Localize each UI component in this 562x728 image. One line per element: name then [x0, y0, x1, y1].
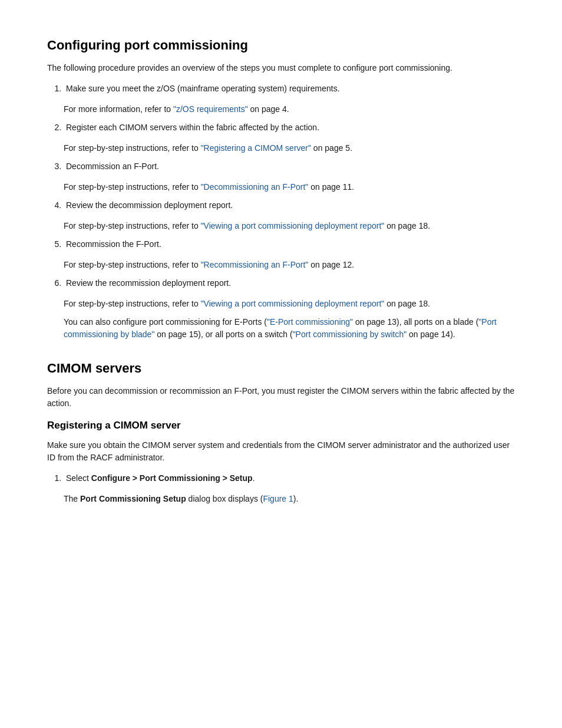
step-2-text: Register each CIMOM servers within the f…	[66, 123, 319, 132]
eport-commissioning-link[interactable]: "E-Port commissioning"	[267, 317, 353, 327]
step-6-followup: For step-by-step instructions, refer to …	[64, 298, 515, 310]
configuring-steps-list-2: Register each CIMOM servers within the f…	[64, 121, 515, 134]
step-5-text: Recommission the F-Port.	[66, 239, 161, 249]
page-content: Configuring port commissioning The follo…	[47, 35, 515, 505]
configuring-steps-list-6: Review the recommission deployment repor…	[64, 277, 515, 289]
step-6-note: You can also configure port commissionin…	[64, 316, 515, 341]
figure1-link[interactable]: Figure 1	[263, 494, 293, 503]
step-6: Review the recommission deployment repor…	[64, 277, 515, 289]
subsection-registering-cimom: Registering a CIMOM server Make sure you…	[47, 418, 515, 505]
registering-step-1-followup: The Port Commissioning Setup dialog box …	[64, 493, 515, 505]
configuring-steps-list: Make sure you meet the z/OS (mainframe o…	[64, 83, 515, 95]
configuring-steps-list-5: Recommission the F-Port.	[64, 238, 515, 251]
step-4: Review the decommission deployment repor…	[64, 199, 515, 212]
commissioning-by-switch-link[interactable]: "Port commissioning by switch"	[293, 330, 407, 339]
section-cimom-servers: CIMOM servers Before you can decommissio…	[47, 358, 515, 505]
registering-cimom-link[interactable]: "Registering a CIMOM server"	[201, 143, 311, 153]
registering-steps-list: Select Configure > Port Commissioning > …	[64, 472, 515, 485]
step-3-text: Decommission an F-Port.	[66, 162, 159, 171]
configuring-steps-list-3: Decommission an F-Port.	[64, 160, 515, 173]
zos-requirements-link[interactable]: "z/OS requirements"	[173, 104, 248, 114]
section-title-configuring: Configuring port commissioning	[47, 35, 515, 55]
viewing-report-link-2[interactable]: "Viewing a port commissioning deployment…	[201, 299, 385, 308]
step-5: Recommission the F-Port.	[64, 238, 515, 251]
step-1: Make sure you meet the z/OS (mainframe o…	[64, 83, 515, 95]
decommissioning-fport-link[interactable]: "Decommissioning an F-Port"	[201, 182, 309, 192]
section-configuring-port-commissioning: Configuring port commissioning The follo…	[47, 35, 515, 341]
registering-step-1: Select Configure > Port Commissioning > …	[64, 472, 515, 485]
step-3-followup: For step-by-step instructions, refer to …	[64, 181, 515, 193]
step-6-text: Review the recommission deployment repor…	[66, 278, 231, 288]
step-4-followup: For step-by-step instructions, refer to …	[64, 220, 515, 232]
configuring-steps-list-4: Review the decommission deployment repor…	[64, 199, 515, 212]
step-2-followup: For step-by-step instructions, refer to …	[64, 142, 515, 154]
step-3: Decommission an F-Port.	[64, 160, 515, 173]
registering-intro: Make sure you obtain the CIMOM server sy…	[47, 439, 515, 464]
step-5-followup: For step-by-step instructions, refer to …	[64, 259, 515, 271]
cimom-intro: Before you can decommission or recommiss…	[47, 385, 515, 410]
recommissioning-fport-link[interactable]: "Recommissioning an F-Port"	[201, 260, 309, 269]
registering-step-1-text: Select Configure > Port Commissioning > …	[66, 473, 255, 483]
step-2: Register each CIMOM servers within the f…	[64, 121, 515, 134]
viewing-report-link-1[interactable]: "Viewing a port commissioning deployment…	[201, 221, 385, 230]
bold-configure-menu: Configure > Port Commissioning > Setup	[91, 473, 253, 483]
configuring-intro: The following procedure provides an over…	[47, 62, 515, 74]
subsection-title-registering: Registering a CIMOM server	[47, 418, 515, 433]
section-title-cimom: CIMOM servers	[47, 358, 515, 378]
step-1-followup: For more information, refer to "z/OS req…	[64, 103, 515, 116]
bold-port-commissioning-setup: Port Commissioning Setup	[80, 494, 186, 503]
step-4-text: Review the decommission deployment repor…	[66, 200, 233, 210]
step-1-text: Make sure you meet the z/OS (mainframe o…	[66, 84, 340, 93]
